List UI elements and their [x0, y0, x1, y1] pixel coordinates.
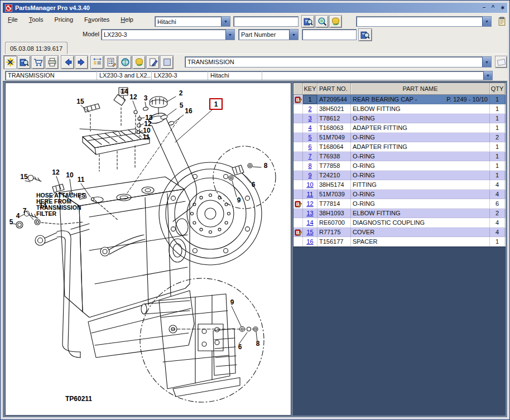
- table-row[interactable]: 238H5021ELBOW FITTING1: [294, 104, 506, 114]
- callout-6: 6: [252, 181, 256, 189]
- table-row[interactable]: 9T24210O-RING1: [294, 171, 506, 180]
- table-row[interactable]: 12T77814O-RING6: [294, 199, 506, 209]
- table-row[interactable]: 551M7049O-RING2: [294, 133, 506, 142]
- minimize-button[interactable]: −: [483, 5, 486, 11]
- key-cell: 14: [303, 218, 317, 228]
- key-link[interactable]: 8: [308, 162, 311, 169]
- title-bar[interactable]: PartsManager Pro v4.3.40 −^∗: [3, 3, 507, 13]
- table-row[interactable]: 1338H1093ELBOW FITTING2: [294, 209, 506, 218]
- globe-search-button[interactable]: [315, 15, 329, 28]
- toolbar-zoom-view-button[interactable]: [118, 55, 132, 69]
- key-link[interactable]: 13: [306, 210, 313, 216]
- qty-cell: 1: [490, 142, 505, 152]
- qty-cell: 4: [490, 180, 505, 190]
- part-search-button[interactable]: [358, 28, 372, 41]
- quick-search-input[interactable]: [233, 16, 299, 27]
- table-row[interactable]: 1038H5174FITTING4: [294, 180, 506, 190]
- table-row[interactable]: 14RE60700DIAGNOSTIC COUPLING4: [294, 218, 506, 228]
- part-number-input[interactable]: [302, 29, 357, 40]
- header-part-no[interactable]: PART NO.: [317, 83, 351, 95]
- note-icon[interactable]: [295, 96, 302, 103]
- header-icon-col[interactable]: [294, 83, 303, 95]
- figure-id: TP60211: [65, 395, 92, 403]
- menu-file[interactable]: File: [8, 16, 18, 23]
- key-link[interactable]: 15: [306, 229, 313, 235]
- chevron-down-icon[interactable]: ▼: [225, 30, 234, 40]
- key-link[interactable]: 14: [306, 219, 313, 226]
- key-link[interactable]: 12: [306, 200, 313, 207]
- key-link[interactable]: 4: [308, 124, 311, 131]
- section-combo[interactable]: TRANSMISSION ▼: [185, 56, 492, 67]
- menu-tools[interactable]: Tools: [29, 16, 44, 23]
- panel-icon: [162, 57, 172, 67]
- book-search-button[interactable]: [301, 15, 315, 28]
- path-cell-3: Hitachi: [208, 71, 262, 80]
- key-cell: 13: [303, 209, 317, 218]
- table-row[interactable]: 7T76938O-RING1: [294, 152, 506, 161]
- key-link[interactable]: 6: [308, 143, 311, 150]
- note-icon[interactable]: [295, 229, 302, 236]
- app-logo-icon: [5, 4, 12, 12]
- menu-help[interactable]: Help: [121, 16, 133, 23]
- key-link[interactable]: 10: [306, 181, 313, 188]
- favorites-combo[interactable]: ▼: [356, 16, 492, 27]
- header-part-name[interactable]: PART NAME: [351, 83, 490, 95]
- table-row[interactable]: 1AT209544REAR BEARING CAP -P. 1249 - 10/…: [294, 95, 506, 104]
- chevron-down-icon[interactable]: ▼: [482, 17, 491, 26]
- qty-cell: 6: [490, 199, 505, 209]
- menu-favorites[interactable]: Favorites: [84, 16, 109, 23]
- roll-up-button[interactable]: ^: [492, 5, 495, 11]
- tab-session[interactable]: 05.03.08 11:39.617: [5, 42, 68, 54]
- table-row[interactable]: 4T168063ADAPTER FITTING1: [294, 123, 506, 133]
- callout-12: 12: [129, 93, 137, 101]
- page-view-button[interactable]: [495, 56, 507, 68]
- toolbar-catalog-search-button[interactable]: [17, 55, 31, 69]
- header-qty[interactable]: QTY: [490, 83, 505, 95]
- key-link[interactable]: 16: [306, 238, 313, 245]
- table-row[interactable]: 6T168064ADAPTER FITTING1: [294, 142, 506, 152]
- context-path-combo[interactable]: TRANSMISSIONLX230-3 and LX2...LX230-3Hit…: [5, 71, 493, 80]
- toolbar-panel-view-button[interactable]: [160, 55, 174, 69]
- chevron-down-icon[interactable]: ▼: [289, 30, 298, 40]
- key-link[interactable]: 7: [308, 153, 311, 160]
- part-no-cell: RE60700: [317, 218, 351, 228]
- pricing-button[interactable]: [329, 15, 342, 28]
- search-type-combo[interactable]: Part Number ▼: [238, 29, 299, 40]
- header-key[interactable]: KEY: [303, 83, 317, 95]
- key-link[interactable]: 3: [308, 115, 311, 122]
- toolbar-fit-columns-button[interactable]: [90, 55, 104, 69]
- toolbar-shopping-cart-button[interactable]: [31, 55, 45, 69]
- table-row[interactable]: 3T78612O-RING1: [294, 114, 506, 123]
- toolbar-pricing-button[interactable]: [132, 55, 146, 69]
- toolbar-highlight-parts-button[interactable]: [3, 55, 17, 69]
- chevron-down-icon[interactable]: ▼: [483, 71, 492, 80]
- tab-strip: 05.03.08 11:39.617: [3, 41, 507, 54]
- key-link[interactable]: 2: [308, 105, 311, 112]
- toolbar-print-button[interactable]: [45, 55, 59, 69]
- table-row[interactable]: 16T156177SPACER1: [294, 237, 506, 247]
- chevron-down-icon[interactable]: ▼: [482, 57, 491, 67]
- close-button[interactable]: ∗: [501, 5, 505, 11]
- key-link[interactable]: 9: [308, 172, 311, 178]
- table-row[interactable]: 15R77175COVER4: [294, 228, 506, 237]
- key-cell: 11: [303, 190, 317, 199]
- menu-pricing[interactable]: Pricing: [54, 16, 73, 23]
- brand-combo[interactable]: Hitachi ▼: [155, 16, 230, 27]
- key-link[interactable]: 5: [308, 134, 311, 141]
- toolbar-forward-button[interactable]: [75, 55, 88, 69]
- qty-cell: 2: [490, 209, 505, 218]
- note-icon[interactable]: [295, 200, 302, 207]
- table-row[interactable]: 8T77858O-RING1: [294, 161, 506, 171]
- table-row[interactable]: 1151M7039O-RING4: [294, 190, 506, 199]
- part-name-cell: ADAPTER FITTING: [351, 142, 490, 152]
- key-link[interactable]: 11: [307, 191, 313, 197]
- table-header[interactable]: KEY PART NO. PART NAME QTY: [294, 83, 506, 95]
- callout-9: 9: [230, 298, 234, 306]
- chevron-down-icon[interactable]: ▼: [221, 17, 230, 26]
- toolbar-parts-list-button[interactable]: [104, 55, 118, 69]
- toolbar-annotate-button[interactable]: [146, 55, 160, 69]
- toolbar-back-button[interactable]: [61, 55, 74, 69]
- notes-button[interactable]: [496, 15, 507, 27]
- diagram-pane[interactable]: 151412325161312101118691512101114745968 …: [5, 83, 291, 416]
- model-combo[interactable]: LX230-3 ▼: [101, 29, 235, 40]
